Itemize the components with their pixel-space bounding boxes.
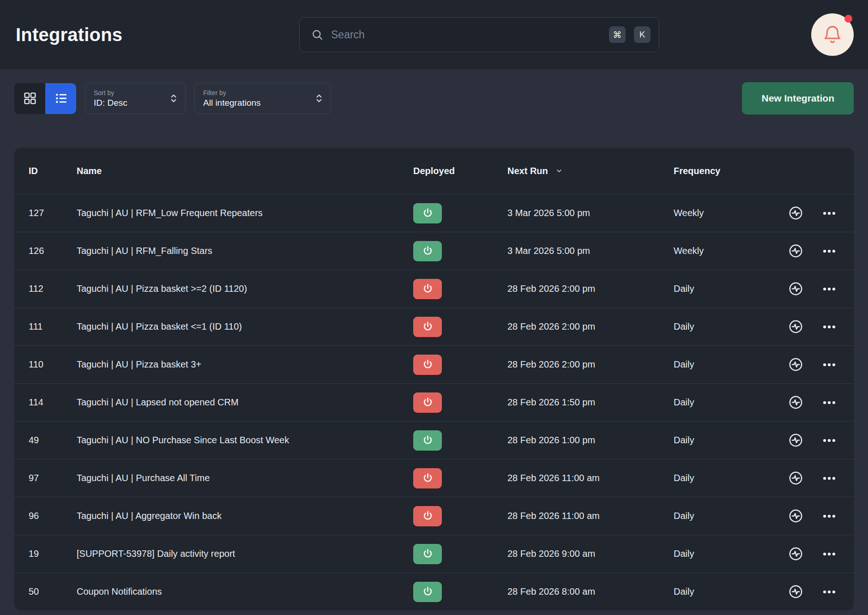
search-bar[interactable]: ⌘ K [299, 17, 659, 52]
row-menu-button[interactable] [821, 281, 837, 297]
notification-dot [844, 15, 852, 23]
row-id: 96 [29, 511, 77, 521]
row-name: Taguchi | AU | RFM_Low Frequent Repeater… [77, 208, 413, 218]
power-icon [422, 321, 434, 332]
row-next-run: 3 Mar 2026 5:00 pm [507, 208, 674, 218]
notifications-button[interactable] [811, 13, 854, 56]
row-menu-button[interactable] [821, 357, 837, 373]
row-name: Taguchi | AU | Pizza basket >=2 (ID 1120… [77, 283, 413, 294]
activity-log-button[interactable] [788, 394, 804, 410]
deploy-toggle[interactable] [413, 279, 442, 299]
column-header-next-run[interactable]: Next Run [507, 166, 674, 176]
row-name: Taguchi | AU | Pizza basket 3+ [77, 359, 413, 370]
new-integration-button[interactable]: New Integration [742, 82, 854, 115]
activity-log-button[interactable] [788, 281, 804, 297]
row-menu-button[interactable] [821, 470, 837, 486]
table-row[interactable]: 112 Taguchi | AU | Pizza basket >=2 (ID … [14, 270, 854, 308]
toolbar: Sort by ID: Desc Filter by All integrati… [14, 82, 854, 115]
activity-pulse-icon [788, 281, 804, 297]
row-id: 112 [29, 283, 77, 294]
table-body: 127 Taguchi | AU | RFM_Low Frequent Repe… [14, 194, 854, 610]
power-icon [422, 245, 434, 257]
table-row[interactable]: 96 Taguchi | AU | Aggregator Win back 28… [14, 497, 854, 535]
deploy-toggle[interactable] [413, 468, 442, 488]
activity-log-button[interactable] [788, 356, 804, 373]
activity-log-button[interactable] [788, 584, 804, 600]
list-view-button[interactable] [45, 83, 76, 114]
row-next-run: 28 Feb 2026 1:50 pm [507, 397, 674, 408]
chevron-up-down-icon [313, 92, 325, 104]
row-menu-button[interactable] [821, 319, 837, 335]
shortcut-k-key: K [634, 26, 651, 43]
row-id: 127 [29, 208, 77, 218]
row-menu-button[interactable] [821, 546, 837, 562]
activity-log-button[interactable] [788, 508, 804, 524]
row-next-run: 28 Feb 2026 9:00 am [507, 549, 674, 559]
activity-log-button[interactable] [788, 243, 804, 259]
power-icon [422, 548, 434, 560]
row-menu-button[interactable] [821, 395, 837, 410]
deploy-toggle[interactable] [413, 544, 442, 564]
activity-pulse-icon [788, 356, 804, 373]
power-icon [422, 397, 434, 408]
power-icon [422, 586, 434, 597]
activity-log-button[interactable] [788, 470, 804, 486]
deploy-toggle[interactable] [413, 241, 442, 261]
row-next-run: 28 Feb 2026 2:00 pm [507, 321, 674, 332]
activity-pulse-icon [788, 470, 804, 486]
ellipsis-icon [821, 584, 837, 600]
row-id: 97 [29, 473, 77, 483]
bell-icon [822, 24, 843, 45]
deploy-toggle[interactable] [413, 317, 442, 337]
search-input[interactable] [331, 29, 602, 41]
row-name: Taguchi | AU | Aggregator Win back [77, 511, 413, 521]
table-row[interactable]: 49 Taguchi | AU | NO Purchase Since Last… [14, 421, 854, 459]
sort-dropdown[interactable]: Sort by ID: Desc [85, 83, 186, 114]
power-icon [422, 283, 434, 295]
grid-view-icon [23, 91, 37, 106]
row-next-run: 28 Feb 2026 2:00 pm [507, 359, 674, 370]
deploy-toggle[interactable] [413, 355, 442, 375]
table-row[interactable]: 50 Coupon Notifications 28 Feb 2026 8:00… [14, 573, 854, 610]
activity-log-button[interactable] [788, 546, 804, 562]
table-row[interactable]: 97 Taguchi | AU | Purchase All Time 28 F… [14, 459, 854, 497]
activity-log-button[interactable] [788, 319, 804, 335]
row-menu-button[interactable] [821, 205, 837, 221]
grid-view-button[interactable] [14, 83, 45, 114]
row-menu-button[interactable] [821, 243, 837, 259]
deploy-toggle[interactable] [413, 203, 442, 223]
top-header: Integrations ⌘ K [0, 0, 868, 69]
row-menu-button[interactable] [821, 584, 837, 600]
activity-log-button[interactable] [788, 205, 804, 221]
row-name: Taguchi | AU | Lapsed not opened CRM [77, 397, 413, 408]
row-id: 110 [29, 359, 77, 370]
table-row[interactable]: 19 [SUPPORT-53978] Daily activity report… [14, 535, 854, 573]
deploy-toggle[interactable] [413, 582, 442, 602]
table-row[interactable]: 114 Taguchi | AU | Lapsed not opened CRM… [14, 383, 854, 421]
table-row[interactable]: 126 Taguchi | AU | RFM_Falling Stars 3 M… [14, 232, 854, 270]
deploy-toggle[interactable] [413, 506, 442, 526]
list-view-icon [54, 91, 68, 106]
power-icon [422, 359, 434, 370]
sort-value: ID: Desc [94, 98, 164, 108]
deploy-toggle[interactable] [413, 392, 442, 413]
table-row[interactable]: 111 Taguchi | AU | Pizza basket <=1 (ID … [14, 308, 854, 345]
ellipsis-icon [821, 470, 837, 486]
row-name: Coupon Notifications [77, 586, 413, 597]
row-id: 19 [29, 549, 77, 559]
view-toggle [14, 83, 76, 114]
row-frequency: Daily [674, 549, 776, 559]
row-menu-button[interactable] [821, 433, 837, 448]
row-frequency: Daily [674, 435, 776, 446]
filter-dropdown[interactable]: Filter by All integrations [194, 83, 331, 114]
deploy-toggle[interactable] [413, 430, 442, 451]
table-row[interactable]: 110 Taguchi | AU | Pizza basket 3+ 28 Fe… [14, 345, 854, 383]
row-menu-button[interactable] [821, 508, 837, 524]
power-icon [422, 510, 434, 522]
row-frequency: Weekly [674, 246, 776, 256]
activity-log-button[interactable] [788, 432, 804, 448]
table-row[interactable]: 127 Taguchi | AU | RFM_Low Frequent Repe… [14, 194, 854, 232]
row-frequency: Daily [674, 511, 776, 521]
ellipsis-icon [821, 433, 837, 448]
row-frequency: Daily [674, 397, 776, 408]
